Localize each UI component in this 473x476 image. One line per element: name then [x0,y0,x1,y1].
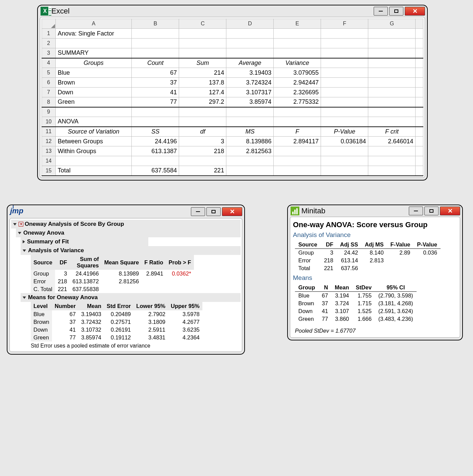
cell[interactable]: C. Total [31,285,55,293]
cell[interactable] [132,107,179,117]
cell[interactable]: 41 [132,88,179,97]
row-header[interactable]: 1 [42,29,56,39]
cell[interactable]: (2.591, 3.624) [375,307,417,315]
cell[interactable]: 3.4831 [133,334,168,341]
cell[interactable]: 218 [55,278,70,285]
table-row[interactable]: 11Source of VariationSSdfMSFP-ValueF cri… [42,127,423,137]
jmp-anova-table[interactable]: Source DF Sum of Squares Mean Square F R… [31,255,194,293]
cell[interactable]: Error [31,278,55,285]
cell[interactable]: (3.181, 4.268) [375,300,417,307]
select-all-corner[interactable] [42,19,56,29]
cell[interactable]: Group [31,270,55,278]
cell[interactable]: 3.85974 [78,334,104,341]
cell[interactable] [321,88,368,97]
cell[interactable]: Blue [31,310,52,318]
cell[interactable]: 613.1387 [132,146,179,156]
cell[interactable]: 8.13989 [101,270,142,278]
table-row[interactable]: 6Brown37137.83.7243242.942447 [42,78,423,88]
cell[interactable]: Brown [31,318,52,326]
cell[interactable]: 3.5978 [168,310,202,318]
cell[interactable]: 24.41966 [70,270,101,278]
cell[interactable] [179,117,226,127]
cell[interactable]: Down [295,307,319,315]
table-row[interactable]: 14 [42,156,423,166]
cell[interactable] [321,97,368,107]
close-button[interactable]: ✕ [222,207,242,216]
col-header[interactable]: A [55,19,132,29]
cell[interactable] [226,107,274,117]
cell[interactable]: Total [55,166,132,176]
cell[interactable] [321,58,368,68]
cell[interactable] [226,29,274,39]
cell[interactable] [321,48,368,58]
cell[interactable] [416,117,423,127]
cell[interactable] [416,127,423,137]
cell[interactable] [321,29,368,39]
cell[interactable]: 24.4196 [132,137,179,146]
cell[interactable]: 4.2677 [168,318,202,326]
disclosure-triangle-icon[interactable] [23,249,26,252]
row-header[interactable]: 6 [42,78,56,88]
table-row[interactable]: Total221637.56 [295,264,441,272]
cell[interactable] [179,29,226,39]
cell[interactable] [368,156,416,166]
cell[interactable] [274,117,321,127]
cell[interactable] [416,107,423,117]
cell[interactable]: 637.55838 [70,285,101,293]
cell[interactable]: 2.7902 [133,310,168,318]
cell[interactable]: 214 [179,68,226,78]
cell[interactable]: 2.646014 [368,137,416,146]
cell[interactable] [416,166,423,176]
col-header[interactable]: E [274,19,321,29]
cell[interactable] [368,68,416,78]
maximize-button[interactable] [389,7,403,16]
row-header[interactable]: 10 [42,117,56,127]
minitab-means-table[interactable]: Group N Mean StDev 95% CI Blue673.1941.7… [295,284,417,323]
table-row[interactable]: 12Between Groups24.419638.1398862.894117… [42,137,423,146]
cell[interactable]: 37 [132,78,179,88]
cell[interactable] [414,257,441,264]
cell[interactable]: 3.860 [331,315,352,323]
cell[interactable] [142,285,166,293]
cell[interactable] [274,39,321,48]
cell[interactable] [368,58,416,68]
cell[interactable]: 3.194 [331,292,352,300]
cell[interactable]: 1.715 [352,300,375,307]
cell[interactable]: 2.89 [387,249,414,257]
cell[interactable]: 221 [179,166,226,176]
table-row[interactable]: 8Green77297.23.859742.775332 [42,97,423,107]
cell[interactable] [132,48,179,58]
cell[interactable] [368,117,416,127]
cell[interactable] [55,156,132,166]
cell[interactable] [368,48,416,58]
cell[interactable] [416,88,423,97]
cell[interactable] [132,117,179,127]
cell[interactable] [132,156,179,166]
cell[interactable]: 221 [321,264,337,272]
cell[interactable] [274,107,321,117]
cell[interactable]: Total [295,264,321,272]
cell[interactable]: 3.107317 [226,88,274,97]
cell[interactable]: P-Value [321,127,368,137]
cell[interactable]: 0.20489 [104,310,134,318]
cell[interactable] [166,278,194,285]
table-row[interactable]: 4GroupsCountSumAverageVariance [42,58,423,68]
cell[interactable]: Source of Variation [55,127,132,137]
cell[interactable] [368,78,416,88]
cell[interactable]: 613.14 [337,257,361,264]
cell[interactable]: 2.5911 [133,326,168,334]
cell[interactable]: 218 [321,257,337,264]
cell[interactable]: 8.139886 [226,137,274,146]
cell[interactable]: Group [295,249,321,257]
cell[interactable]: 2.894117 [274,137,321,146]
cell[interactable] [274,156,321,166]
cell[interactable] [416,68,423,78]
cell[interactable] [226,117,274,127]
cell[interactable]: 637.56 [337,264,361,272]
cell[interactable] [226,48,274,58]
cell[interactable] [226,39,274,48]
table-row[interactable]: Blue673.1941.755(2.790, 3.598) [295,292,417,300]
col-header[interactable]: C [179,19,226,29]
cell[interactable]: 0.036184 [321,137,368,146]
table-row[interactable]: 15Total637.5584221 [42,166,423,176]
